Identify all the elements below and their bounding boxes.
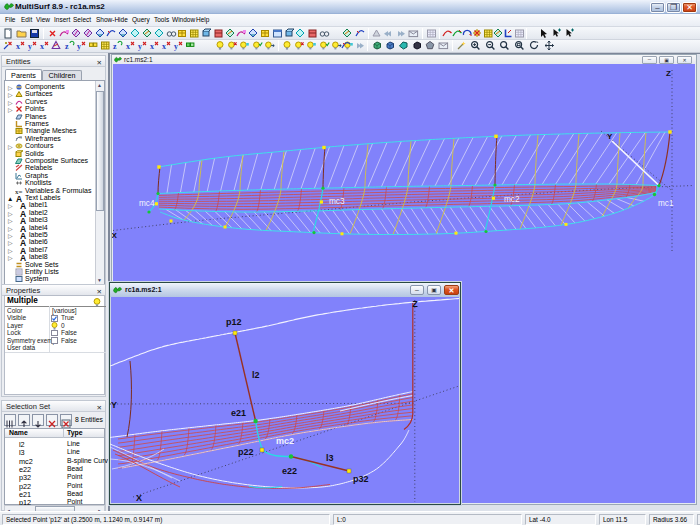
- svg-text:x: x: [40, 42, 44, 51]
- svg-text:y: y: [28, 42, 32, 51]
- svg-text:x: x: [150, 42, 154, 51]
- svg-text:x: x: [162, 42, 166, 51]
- svg-text:z: z: [113, 42, 117, 51]
- svg-text:p32: p32: [353, 474, 369, 484]
- svg-text:mc2: mc2: [276, 436, 294, 446]
- svg-text:A: A: [20, 253, 26, 261]
- svg-text:Z: Z: [412, 299, 418, 309]
- svg-text:e22: e22: [282, 466, 297, 476]
- svg-text:mc1: mc1: [658, 199, 674, 208]
- svg-text:x: x: [16, 42, 20, 51]
- svg-text:mc4: mc4: [139, 199, 155, 208]
- svg-text:p12: p12: [226, 317, 242, 327]
- svg-text:A: A: [20, 201, 26, 209]
- svg-text:Z: Z: [666, 69, 671, 78]
- svg-text:X: X: [112, 231, 118, 240]
- svg-text:y: y: [174, 42, 178, 51]
- svg-text:A: A: [20, 216, 26, 224]
- svg-text:Y: Y: [111, 400, 117, 410]
- svg-text:mc3: mc3: [329, 197, 345, 206]
- svg-text:p22: p22: [238, 447, 254, 457]
- svg-text:l2: l2: [252, 370, 260, 380]
- svg-text:z: z: [65, 42, 69, 51]
- svg-text:mc2: mc2: [504, 195, 520, 204]
- svg-text:x: x: [126, 42, 130, 51]
- svg-text:l3: l3: [326, 453, 334, 463]
- svg-text:y: y: [138, 42, 142, 51]
- svg-text:y: y: [77, 42, 81, 51]
- svg-text:X: X: [136, 493, 142, 503]
- svg-text:Y: Y: [607, 132, 613, 141]
- svg-text:A: A: [20, 238, 26, 246]
- svg-text:e21: e21: [231, 408, 246, 418]
